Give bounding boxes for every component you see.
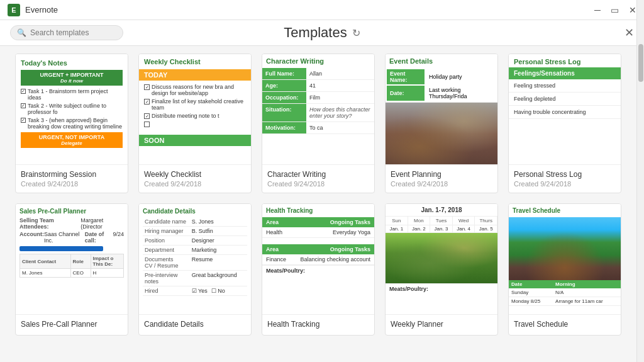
template-date-stress: Created 9/24/2018 <box>514 180 616 188</box>
template-preview-health: Health Tracking Area Ongoing Tasks Healt… <box>262 204 374 314</box>
stress-item-3: Having trouble concentrating <box>509 106 621 119</box>
candidate-table: Candidate nameS. Jones Hiring managerB. … <box>143 217 247 296</box>
travel-preview: Travel Schedule Date Morning Sunday N/A … <box>509 204 621 306</box>
template-card-health[interactable]: Health Tracking Area Ongoing Tasks Healt… <box>262 203 375 336</box>
template-name-candidate: Candidate Details <box>144 320 246 329</box>
close-templates-button[interactable]: ✕ <box>625 26 634 40</box>
planner-dates-row: Jan. 1 Jan. 2 Jan. 3 Jan. 4 Jan. 5 <box>386 225 497 233</box>
template-preview-candidate: Candidate Details Candidate nameS. Jones… <box>139 204 251 314</box>
char-title: Character Writing <box>262 54 374 68</box>
template-card-travel[interactable]: Travel Schedule Date Morning Sunday N/A … <box>508 203 621 336</box>
char-row-age: Age: 41 <box>262 80 374 92</box>
planner-preview: Jan. 1-7, 2018 Sun Mon Tues Wed Thurs Ja… <box>386 204 497 294</box>
template-preview-brainstorming: Today's Notes URGENT + IMPORTANT Do it n… <box>16 54 128 164</box>
health-header-1: Area Ongoing Tasks <box>262 217 374 227</box>
template-preview-travel: Travel Schedule Date Morning Sunday N/A … <box>509 204 621 314</box>
refresh-icon[interactable]: ↻ <box>352 27 360 39</box>
sales-title: Sales Pre-Call Planner <box>19 208 124 215</box>
task-item-3: ✓ Task 3 - (when approved) Begin breakin… <box>21 117 123 130</box>
sales-preview: Sales Pre-Call Planner Selling Team Atte… <box>16 204 128 281</box>
template-info-health: Health Tracking <box>262 314 374 335</box>
title-bar-controls: ─ ▭ ✕ <box>594 6 636 14</box>
template-preview-weekly: Weekly Checklist TODAY ✓ Discuss reasons… <box>139 54 251 164</box>
template-card-stress[interactable]: Personal Stress Log Feelings/Sensations … <box>508 54 621 193</box>
template-card-event[interactable]: Event Details Event Name: Holiday party … <box>385 54 498 193</box>
char-row-name: Full Name: Allan <box>262 68 374 80</box>
template-card-planner[interactable]: Jan. 1-7, 2018 Sun Mon Tues Wed Thurs Ja… <box>385 203 498 336</box>
health-title: Health Tracking <box>262 204 374 217</box>
close-window-button[interactable]: ✕ <box>629 6 636 14</box>
character-preview: Character Writing Full Name: Allan Age: … <box>262 54 374 134</box>
weekly-check-3: ✓ Distribute meeting note to t <box>144 113 246 119</box>
template-preview-stress: Personal Stress Log Feelings/Sensations … <box>509 54 621 164</box>
template-info-event: Event Planning Created 9/24/2018 <box>386 164 497 193</box>
stress-item-2: Feeling depleted <box>509 93 621 106</box>
urgent-important-box: URGENT + IMPORTANT Do it now <box>21 70 123 86</box>
planner-title-bar: Jan. 1-7, 2018 <box>386 204 497 217</box>
title-bar: E Evernote ─ ▭ ✕ <box>0 0 644 20</box>
travel-title: Travel Schedule <box>509 204 621 217</box>
template-info-travel: Travel Schedule <box>509 314 621 335</box>
template-name-event: Event Planning <box>391 170 492 179</box>
travel-table: Date Morning Sunday N/A Monday 8/25 Arra… <box>509 280 621 306</box>
health-meats-label: Meats/Poultry: <box>262 265 374 276</box>
event-image <box>386 103 497 164</box>
stress-preview: Personal Stress Log Feelings/Sensations … <box>509 54 621 119</box>
weekly-soon-bar: SOON <box>139 135 251 146</box>
maximize-button[interactable]: ▭ <box>611 6 619 14</box>
scrollbar-thumb[interactable] <box>638 44 643 82</box>
search-input[interactable] <box>30 28 112 37</box>
minimize-button[interactable]: ─ <box>594 6 601 14</box>
event-preview: Event Details Event Name: Holiday party … <box>386 54 497 164</box>
template-card-character[interactable]: Character Writing Full Name: Allan Age: … <box>262 54 375 193</box>
template-name-stress: Personal Stress Log <box>514 170 616 179</box>
scrollbar-track[interactable] <box>636 0 644 362</box>
weekly-check-2: ✓ Finalize list of key stakehold creativ… <box>144 98 246 111</box>
template-name-weekly: Weekly Checklist <box>144 170 246 179</box>
travel-image <box>509 217 621 280</box>
search-icon: 🔍 <box>17 28 26 37</box>
sales-account: Account: Saas Channel Inc. Date of call:… <box>19 231 124 244</box>
char-row-motivation: Motivation: To ca <box>262 122 374 134</box>
stress-header: Feelings/Sensations <box>509 67 621 79</box>
main-content: Today's Notes URGENT + IMPORTANT Do it n… <box>0 46 644 355</box>
template-name-travel: Travel Schedule <box>514 320 616 329</box>
health-row-1: Health Everyday Yoga <box>262 227 374 238</box>
char-row-occupation: Occupation: Film <box>262 92 374 104</box>
template-info-character: Character Writing Created 9/24/2018 <box>262 164 374 193</box>
template-name-character: Character Writing <box>267 170 369 179</box>
weekly-check-1: ✓ Discuss reasons for new bra and design… <box>144 84 246 96</box>
template-name-brainstorming: Brainstorming Session <box>21 170 123 179</box>
search-bar: 🔍 Templates ↻ ✕ <box>0 20 644 46</box>
template-date-event: Created 9/24/2018 <box>391 180 492 188</box>
brainstorm-preview: Today's Notes URGENT + IMPORTANT Do it n… <box>16 54 128 153</box>
template-card-weekly-checklist[interactable]: Weekly Checklist TODAY ✓ Discuss reasons… <box>138 54 252 193</box>
template-preview-sales: Sales Pre-Call Planner Selling Team Atte… <box>16 204 128 314</box>
task-item-1: ✓ Task 1 - Brainstorm term project ideas <box>21 88 123 101</box>
weekly-preview: TODAY ✓ Discuss reasons for new bra and … <box>139 69 251 146</box>
planner-food-image <box>386 233 497 283</box>
event-table: Event Name: Holiday party Date: Last wor… <box>386 68 497 103</box>
search-input-wrap: 🔍 <box>10 25 123 40</box>
sales-attendees: Selling Team Attendees: Margaret (Direct… <box>19 217 124 230</box>
health-header-2: Area Ongoing Tasks <box>262 244 374 254</box>
weekly-title: Weekly Checklist <box>139 54 251 69</box>
template-card-candidate[interactable]: Candidate Details Candidate nameS. Jones… <box>138 203 252 336</box>
weekly-today-bar: TODAY <box>139 69 251 81</box>
app-icon: E <box>8 4 20 16</box>
weekly-body: ✓ Discuss reasons for new bra and design… <box>139 81 251 132</box>
char-row-situation: Situation: How does this character enter… <box>262 104 374 122</box>
template-preview-character: Character Writing Full Name: Allan Age: … <box>262 54 374 164</box>
svg-text:E: E <box>11 6 16 14</box>
header-title: Templates ↻ <box>284 25 360 41</box>
template-info-sales: Sales Pre-Call Planner <box>16 314 128 335</box>
title-bar-left: E Evernote <box>8 4 58 16</box>
template-card-sales[interactable]: Sales Pre-Call Planner Selling Team Atte… <box>15 203 128 336</box>
template-card-brainstorming[interactable]: Today's Notes URGENT + IMPORTANT Do it n… <box>15 54 128 193</box>
weekly-check-empty <box>144 121 246 127</box>
candidate-preview: Candidate Details Candidate nameS. Jones… <box>139 204 251 300</box>
task-item-2: ✓ Task 2 - Write subject outline to prof… <box>21 103 123 115</box>
template-name-health: Health Tracking <box>267 320 369 329</box>
planner-days-header: Sun Mon Tues Wed Thurs <box>386 217 497 225</box>
template-info-weekly: Weekly Checklist Created 9/24/2018 <box>139 164 251 193</box>
